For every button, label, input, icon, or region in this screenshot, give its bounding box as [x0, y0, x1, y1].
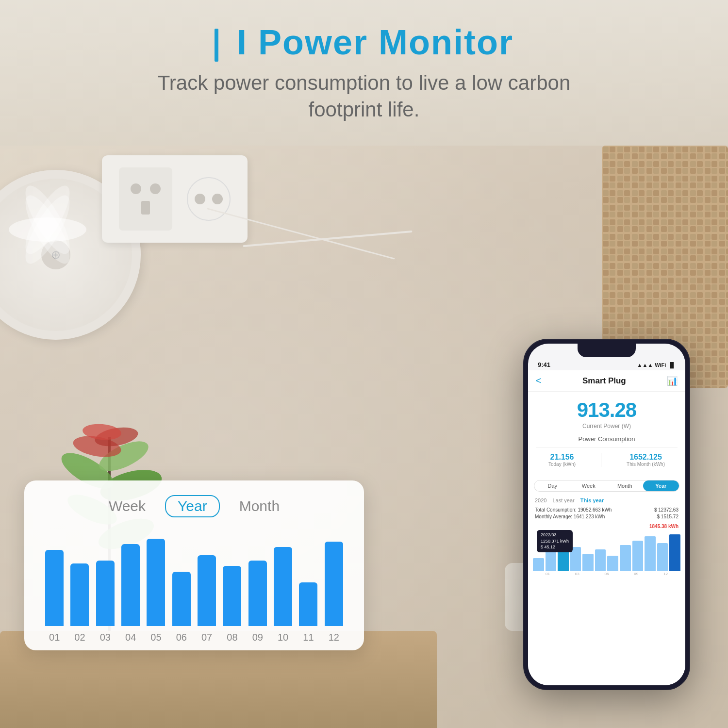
- mini-bar-11: [669, 534, 680, 571]
- mini-label-12: 12: [663, 572, 668, 576]
- status-time: 9:41: [538, 361, 550, 368]
- bar-09[interactable]: [248, 561, 267, 626]
- bar-03[interactable]: [96, 561, 115, 626]
- chart-icon[interactable]: 📊: [667, 376, 678, 386]
- chart-tabs: Week Year Month: [42, 495, 347, 517]
- consumption-row: 21.156 Today (kWh) 1652.125 This Month (…: [536, 447, 678, 472]
- mini-labels: 01 03 06 09 12: [533, 572, 680, 576]
- power-unit: Current Power (W): [528, 423, 685, 430]
- bar-col-09: [245, 561, 270, 626]
- today-value: 21.156: [548, 453, 576, 462]
- consumption-section: Power Consumption 21.156 Today (kWh) 165…: [528, 431, 685, 476]
- bar-04[interactable]: [121, 544, 140, 626]
- stats-row-2: Monthly Average: 1641.223 kWh $ 1515.72: [535, 514, 678, 519]
- mini-bar-10: [657, 543, 668, 571]
- bar-col-04: [118, 544, 143, 626]
- bar-col-05: [143, 539, 168, 626]
- page-title: I Power Monitor: [215, 22, 513, 62]
- bar-11[interactable]: [299, 582, 317, 626]
- stats-row-1: Total Consumption: 19052.663 kWh $ 12372…: [535, 507, 678, 513]
- year-2020[interactable]: 2020: [535, 497, 546, 503]
- bar-col-11: [296, 582, 321, 626]
- bar-10[interactable]: [274, 547, 292, 626]
- chart-tab-month[interactable]: Month: [239, 498, 280, 514]
- status-bar: 9:41 ▲▲▲ WiFi ▐▌: [528, 357, 685, 370]
- bar-12[interactable]: [325, 542, 343, 626]
- tooltip-date: 2022/03: [541, 532, 569, 538]
- bar-col-03: [93, 561, 118, 626]
- bar-label-03: 03: [93, 632, 118, 643]
- highlight-value: 1845.38 kWh: [528, 523, 685, 530]
- chart-tab-year[interactable]: Year: [165, 495, 220, 517]
- chart-tab-week[interactable]: Week: [109, 498, 146, 514]
- bar-label-04: 04: [118, 632, 143, 643]
- bar-col-07: [194, 555, 219, 626]
- phone-screen: 9:41 ▲▲▲ WiFi ▐▌ < Smart Plug 📊 913.28 C…: [528, 344, 685, 685]
- tab-week[interactable]: Week: [571, 480, 607, 491]
- bar-col-02: [67, 563, 92, 626]
- bar-col-08: [219, 566, 245, 626]
- phone-content: < Smart Plug 📊 913.28 Current Power (W) …: [528, 370, 685, 685]
- mini-label-01: 01: [546, 572, 550, 576]
- bar-col-06: [169, 572, 194, 627]
- bar-05[interactable]: [147, 539, 165, 626]
- year-this[interactable]: This year: [580, 497, 604, 503]
- signal-icon: ▲▲▲: [637, 362, 653, 368]
- bar-label-08: 08: [219, 632, 245, 643]
- bar-07[interactable]: [198, 555, 216, 626]
- bar-label-01: 01: [42, 632, 67, 643]
- back-button[interactable]: <: [536, 375, 542, 386]
- phone-notch: [578, 344, 636, 357]
- bar-02[interactable]: [70, 563, 89, 626]
- bar-label-12: 12: [321, 632, 347, 643]
- stats-label-2: Monthly Average: 1641.223 kWh: [535, 514, 605, 519]
- mini-bar-0: [533, 558, 544, 571]
- today-label: Today (kWh): [548, 462, 576, 467]
- month-value: 1652.125: [627, 453, 665, 462]
- consumption-title: Power Consumption: [536, 435, 678, 443]
- power-value-section: 913.28 Current Power (W): [528, 392, 685, 431]
- mini-bar-6: [607, 556, 618, 571]
- mini-bar-5: [595, 549, 606, 571]
- stats-value-1: $ 12372.63: [654, 507, 678, 513]
- socket-hole: [131, 183, 141, 194]
- chart-card: Week Year Month 010203040506070809101112: [24, 480, 364, 650]
- year-nav: 2020 Last year This year: [528, 496, 685, 505]
- tab-month[interactable]: Month: [607, 480, 643, 491]
- bar-08[interactable]: [223, 566, 241, 626]
- chart-tooltip: 2022/03 1250.371 kWh $ 45.12: [537, 530, 573, 552]
- mini-bar-8: [632, 541, 644, 571]
- mini-chart: 2022/03 1250.371 kWh $ 45.12 01 03 06 09…: [528, 530, 685, 685]
- mini-label-06: 06: [605, 572, 609, 576]
- phone: 9:41 ▲▲▲ WiFi ▐▌ < Smart Plug 📊 913.28 C…: [524, 340, 689, 689]
- year-last[interactable]: Last year: [552, 497, 574, 503]
- mini-bar-7: [620, 545, 631, 571]
- socket-area: [102, 155, 248, 243]
- bar-chart: [42, 529, 347, 626]
- month-label: This Month (kWh): [627, 462, 665, 467]
- bar-label-05: 05: [143, 632, 168, 643]
- page-subtitle: Track power consumption to live a low ca…: [158, 70, 571, 123]
- bar-label-10: 10: [270, 632, 296, 643]
- socket-1: [119, 167, 172, 231]
- stats-section: Total Consumption: 19052.663 kWh $ 12372…: [528, 505, 685, 523]
- phone-header-title: Smart Plug: [582, 376, 626, 386]
- socket-hole: [150, 183, 161, 194]
- tab-day[interactable]: Day: [534, 480, 571, 491]
- header-section: I Power Monitor Track power consumption …: [0, 0, 728, 146]
- bar-06[interactable]: [172, 572, 191, 627]
- phone-tabs: Day Week Month Year: [534, 480, 679, 492]
- power-number: 913.28: [528, 398, 685, 422]
- bar-col-01: [42, 550, 67, 627]
- tab-year[interactable]: Year: [643, 480, 679, 491]
- bar-label-02: 02: [67, 632, 92, 643]
- mini-label-09: 09: [634, 572, 638, 576]
- battery-icon: ▐▌: [668, 362, 676, 368]
- mini-bar-9: [645, 536, 656, 571]
- bar-01[interactable]: [45, 550, 64, 627]
- stats-value-2: $ 1515.72: [657, 514, 679, 519]
- socket-hole-2: [195, 194, 205, 204]
- bar-label-09: 09: [245, 632, 270, 643]
- mini-label-03: 03: [575, 572, 579, 576]
- divider: [601, 453, 601, 467]
